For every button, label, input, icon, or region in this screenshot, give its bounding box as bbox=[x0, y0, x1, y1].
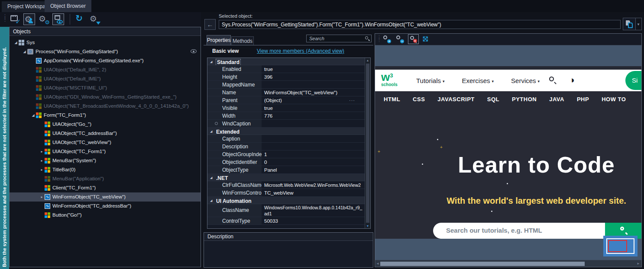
property-value: WinFormsObject("TC_webView") bbox=[262, 89, 365, 96]
property-row[interactable]: ObjectIdentifier0 bbox=[207, 158, 365, 166]
back-button[interactable]: ← bbox=[204, 19, 216, 30]
uia-object-icon bbox=[45, 122, 50, 127]
eye-icon[interactable] bbox=[191, 49, 197, 54]
gears-icon-button[interactable]: ⚙⚙ bbox=[38, 13, 50, 25]
copy-button[interactable] bbox=[623, 18, 636, 30]
tree-item[interactable]: ▸MenuBar("System") bbox=[10, 156, 201, 165]
tree-item[interactable]: ▸UIAObject("TC_Form1") bbox=[10, 147, 201, 156]
scrollbar-thumb[interactable] bbox=[380, 262, 585, 266]
property-row[interactable]: NameWinFormsObject("TC_webView") bbox=[207, 89, 365, 96]
property-group-header[interactable]: ◢.NET bbox=[207, 174, 365, 181]
property-group-header[interactable]: ◢UI Automation bbox=[207, 197, 365, 204]
property-name: WinFormsControlName bbox=[207, 189, 262, 196]
tree-item[interactable]: ◢⚙Process("WinForms_GettingStarted") bbox=[10, 47, 201, 56]
property-value: TC_webView bbox=[262, 189, 365, 196]
tree-item[interactable]: UIAObject("Default_IME", 2) bbox=[10, 65, 201, 74]
property-row[interactable]: ControlType50033 bbox=[207, 217, 365, 225]
property-row[interactable]: Visibletrue bbox=[207, 104, 365, 112]
scroll-right-icon[interactable]: ► bbox=[637, 262, 640, 266]
property-row[interactable]: ClrFullClassNameMicrosoft.Web.WebView2.W… bbox=[207, 181, 365, 189]
preview-hscrollbar[interactable]: ◄ ► bbox=[375, 260, 641, 267]
tree-item-label: TitleBar(0) bbox=[52, 167, 75, 172]
tab-methods[interactable]: Methods bbox=[231, 36, 254, 45]
tree-item-label: UIAObject("MSCTFIME_UI") bbox=[44, 85, 107, 90]
tree-item[interactable]: UIAObject("TC_webView") bbox=[10, 138, 201, 147]
ellipsis-button[interactable]: ··· bbox=[349, 96, 355, 104]
fit-to-screen-button[interactable]: ⤢⤡ bbox=[421, 34, 432, 44]
property-row[interactable]: ObjectTypePanel bbox=[207, 166, 365, 174]
tree-item[interactable]: UIAObject("Default_IME") bbox=[10, 74, 201, 83]
window-check-icon-button[interactable]: ✓ bbox=[9, 13, 21, 25]
gear-filter-button[interactable]: ⚙ bbox=[89, 13, 101, 25]
tree-item[interactable]: UIAObject("MSCTFIME_UI") bbox=[10, 83, 201, 93]
tree-item[interactable]: ▸∿WinFormsObject("TC_webView") bbox=[10, 192, 201, 202]
selected-object-input[interactable] bbox=[219, 20, 621, 29]
toolbar-separator bbox=[70, 14, 70, 25]
tree-item[interactable]: UIAObject("Go_") bbox=[10, 120, 201, 129]
property-group-name: Extended bbox=[216, 129, 239, 135]
scroll-down-icon[interactable]: ▼ bbox=[365, 224, 370, 227]
expand-toggle-icon[interactable]: ◢ bbox=[13, 38, 19, 47]
uia-object-icon bbox=[45, 140, 50, 145]
tree-item[interactable]: ∿WinFormsObject("TC_addressBar") bbox=[10, 202, 201, 211]
scrollbar-thumb[interactable] bbox=[366, 64, 369, 223]
testcomplete-object-browser-window: Project Workspace Object Browser ⋮⋮ ✓ ⚙ … bbox=[0, 0, 644, 269]
member-search-input[interactable] bbox=[308, 35, 362, 42]
property-row[interactable]: WndCaption bbox=[207, 120, 365, 128]
tree-item[interactable]: Button("Go!") bbox=[10, 211, 201, 220]
refresh-button[interactable]: ↻ bbox=[74, 13, 86, 25]
property-row[interactable]: Caption bbox=[207, 135, 365, 143]
toolbar-grip-handle[interactable]: ⋮⋮ bbox=[2, 15, 8, 21]
property-row[interactable]: Height396 bbox=[207, 73, 365, 81]
expand-toggle-icon[interactable]: ▸ bbox=[39, 156, 45, 165]
basic-view-label: Basic view bbox=[212, 48, 239, 54]
tree-item[interactable]: MenuBar("Application") bbox=[10, 174, 201, 183]
tree-item[interactable]: UIAObject("GDI_Window_WinForms_GettingSt… bbox=[10, 93, 201, 102]
tree-item[interactable]: UIAObject("NET_BroadcastEventWindow_4_0_… bbox=[10, 102, 201, 111]
property-row[interactable]: Parent(Object)··· bbox=[207, 96, 365, 104]
tab-properties[interactable]: Properties bbox=[207, 35, 231, 45]
tree-item[interactable]: ◢Sys bbox=[10, 38, 201, 47]
filter-icon bbox=[96, 22, 100, 25]
property-row[interactable]: MappedName bbox=[207, 81, 365, 89]
copy-dropdown-button[interactable]: ▼ bbox=[635, 18, 642, 30]
gear-user-icon-button[interactable]: ⚙ bbox=[23, 13, 35, 25]
expand-toggle-icon[interactable]: ◢ bbox=[22, 47, 27, 56]
property-row[interactable]: Enabledtrue bbox=[207, 65, 365, 73]
w3schools-subnav: HTMLCSSJAVASCRIPTSQLPYTHONJAVAPHPHOW TO bbox=[375, 91, 641, 107]
zoom-out-button[interactable]: − bbox=[395, 34, 405, 44]
property-group-header[interactable]: ◢Extended bbox=[207, 128, 365, 135]
box-eye-icon-button[interactable] bbox=[52, 13, 64, 25]
zoom-reset-button[interactable]: × bbox=[408, 34, 419, 44]
property-group-header[interactable]: ◢Standard bbox=[207, 58, 365, 65]
w3-search-bar bbox=[433, 223, 605, 239]
person-icon-body bbox=[29, 21, 33, 23]
tree-item[interactable]: ∿AppDomain("WinForms_GettingStarted.exe"… bbox=[10, 56, 201, 65]
object-tree[interactable]: ◢Sys◢⚙Process("WinForms_GettingStarted")… bbox=[10, 36, 201, 267]
expand-toggle-icon[interactable]: ◢ bbox=[30, 111, 36, 120]
uia-object-icon bbox=[36, 103, 42, 109]
property-row[interactable]: ObjectGroupIndex1 bbox=[207, 151, 365, 158]
advanced-view-link[interactable]: View more members (Advanced view) bbox=[257, 48, 344, 54]
property-grid-scrollbar[interactable]: ▲ ▼ bbox=[365, 58, 370, 228]
tree-item[interactable]: Client("TC_Form1") bbox=[10, 183, 201, 192]
tree-item[interactable]: ▸TitleBar(0) bbox=[10, 165, 201, 174]
zoom-in-button[interactable]: + bbox=[382, 34, 392, 44]
scroll-left-icon[interactable]: ◄ bbox=[376, 262, 379, 266]
tree-item[interactable]: UIAObject("TC_addressBar") bbox=[10, 129, 201, 138]
member-search-box bbox=[306, 35, 372, 42]
expand-toggle-icon[interactable]: ▸ bbox=[39, 147, 45, 156]
small-gear-icon: ⚙ bbox=[45, 19, 50, 26]
expand-toggle-icon[interactable]: ▸ bbox=[39, 192, 45, 202]
tab-object-browser[interactable]: Object Browser bbox=[45, 0, 91, 12]
property-row[interactable]: WinFormsControlNameTC_webView bbox=[207, 189, 365, 197]
property-row[interactable]: Width776 bbox=[207, 112, 365, 120]
property-value bbox=[262, 81, 365, 88]
scroll-up-icon[interactable]: ▲ bbox=[365, 59, 370, 62]
toolbar-grip-handle[interactable]: ⋮⋮ bbox=[377, 36, 382, 41]
expand-toggle-icon[interactable]: ▸ bbox=[39, 165, 45, 174]
tree-item[interactable]: ◢Form("TC_Form1") bbox=[10, 111, 201, 120]
property-row[interactable]: Description bbox=[207, 143, 365, 151]
preview-image[interactable]: w3 schools Tutorials▾Exercises▾Services▾… bbox=[375, 66, 641, 239]
property-row[interactable]: ClassNameWindowsForms10.Window.8.app.0.1… bbox=[207, 204, 365, 217]
